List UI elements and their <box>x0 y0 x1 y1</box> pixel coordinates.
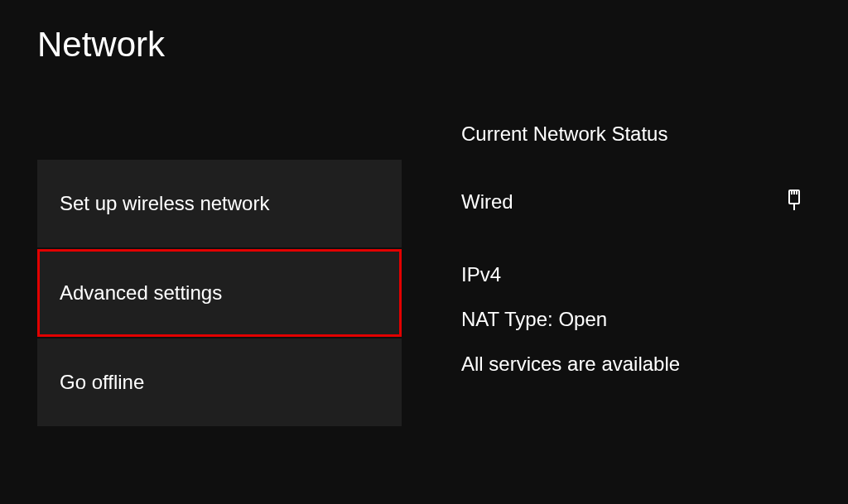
menu-item-label: Go offline <box>60 371 144 393</box>
nat-type-label: NAT Type: Open <box>461 308 811 331</box>
status-panel: Current Network Status Wired IPv4 NAT Ty… <box>461 122 811 426</box>
menu-item-label: Set up wireless network <box>60 192 269 214</box>
ip-version-label: IPv4 <box>461 263 811 286</box>
page-title: Network <box>37 25 811 65</box>
menu-item-label: Advanced settings <box>60 281 222 304</box>
go-offline-button[interactable]: Go offline <box>37 338 402 426</box>
content-area: Set up wireless network Advanced setting… <box>37 122 811 426</box>
setup-wireless-button[interactable]: Set up wireless network <box>37 160 402 247</box>
advanced-settings-button[interactable]: Advanced settings <box>37 249 402 337</box>
ethernet-icon <box>786 189 802 215</box>
connection-type-label: Wired <box>461 190 513 214</box>
services-status-label: All services are available <box>461 353 811 376</box>
connection-row: Wired <box>461 189 811 215</box>
status-heading: Current Network Status <box>461 122 811 146</box>
menu-panel: Set up wireless network Advanced setting… <box>37 160 402 426</box>
